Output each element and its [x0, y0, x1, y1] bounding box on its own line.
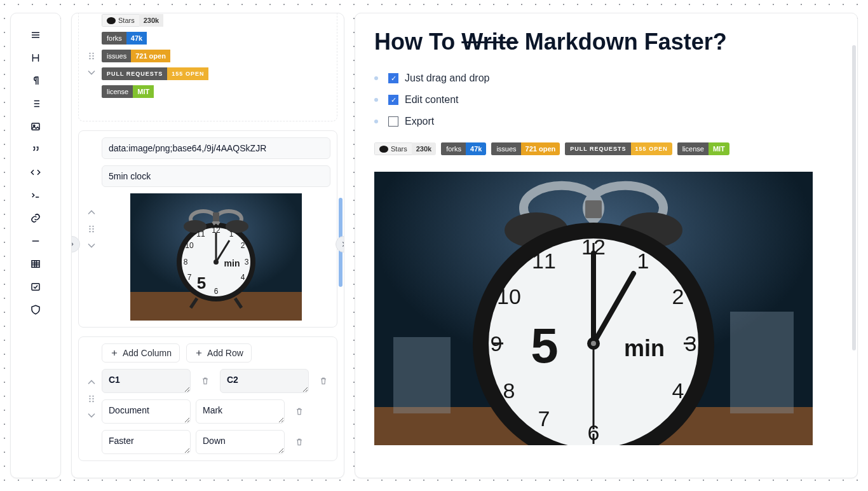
checkbox[interactable] [388, 95, 398, 105]
svg-point-14 [89, 231, 90, 232]
svg-point-6 [89, 55, 90, 57]
svg-point-10 [89, 226, 90, 227]
preview-panel: How To Write Markdown Faster? Just drag … [355, 13, 858, 478]
menu-icon[interactable] [24, 24, 47, 46]
add-column-button[interactable]: Add Column [102, 343, 180, 363]
svg-text:11: 11 [196, 230, 205, 239]
checkbox[interactable] [388, 116, 398, 127]
drag-handle-icon[interactable] [85, 50, 98, 62]
chevron-down-icon[interactable] [85, 66, 98, 79]
svg-text:4: 4 [241, 273, 245, 282]
checkbox-icon[interactable] [24, 275, 47, 298]
svg-point-9 [92, 58, 93, 59]
drag-handle-icon[interactable] [85, 392, 98, 405]
svg-text:1: 1 [637, 249, 649, 273]
svg-text:10: 10 [185, 241, 194, 250]
heading-icon[interactable] [24, 46, 47, 69]
checkbox[interactable] [388, 73, 398, 83]
svg-point-45 [92, 401, 93, 402]
svg-text:6: 6 [214, 287, 219, 296]
add-column-label: Add Column [123, 348, 172, 358]
terminal-icon[interactable] [24, 184, 47, 207]
toolbar [10, 13, 61, 478]
badge: forks47k [441, 142, 486, 155]
table-cell-input[interactable]: Faster [102, 430, 191, 454]
page-title: How To Write Markdown Faster? [374, 29, 838, 55]
col-header-input[interactable]: C1 [102, 369, 191, 393]
svg-point-13 [92, 228, 93, 230]
badges-block[interactable]: Stars230kforks47kissues721 openPULL REQU… [78, 13, 337, 121]
svg-text:5: 5 [197, 273, 206, 293]
checklist-item: Edit content [374, 94, 838, 106]
svg-rect-22 [213, 212, 219, 221]
badge: Stars230k [102, 14, 330, 27]
chevron-up-icon[interactable] [85, 376, 98, 389]
svg-text:4: 4 [672, 378, 684, 403]
svg-point-15 [92, 231, 93, 232]
badge: PULL REQUESTS155 OPEN [102, 67, 330, 80]
add-row-button[interactable]: Add Row [186, 343, 252, 363]
checklist-item: Just drag and drop [374, 73, 838, 84]
table-icon[interactable] [24, 252, 47, 275]
svg-rect-49 [730, 312, 794, 413]
link-icon[interactable] [24, 207, 47, 230]
badge: PULL REQUESTS155 OPEN [565, 142, 672, 155]
bullet-icon [374, 120, 378, 123]
svg-point-41 [92, 396, 93, 397]
badge: licenseMIT [102, 85, 330, 98]
add-row-label: Add Row [207, 348, 243, 358]
editor-panel: Stars230kforks47kissues721 openPULL REQU… [71, 13, 344, 478]
drag-handle-icon[interactable] [85, 223, 98, 235]
svg-text:5: 5 [531, 317, 558, 373]
svg-text:2: 2 [241, 241, 245, 250]
image-icon[interactable] [24, 115, 47, 138]
svg-rect-52 [585, 200, 602, 218]
delete-row-button[interactable] [290, 437, 309, 447]
svg-rect-2 [32, 261, 39, 268]
chevron-down-icon[interactable] [85, 239, 98, 252]
image-url-input[interactable]: data:image/png;base64,/9j/4AAQSkZJR [102, 137, 330, 159]
badge: issues721 open [102, 50, 330, 62]
svg-point-44 [89, 401, 90, 402]
svg-rect-3 [32, 284, 39, 291]
chevron-down-icon[interactable] [85, 409, 98, 422]
block-controls [85, 14, 98, 114]
delete-row-button[interactable] [290, 406, 309, 417]
svg-point-11 [92, 226, 93, 227]
clock-preview-image: 1212 345 67 81011 min [130, 193, 302, 321]
quote-icon[interactable] [24, 138, 47, 161]
svg-text:10: 10 [497, 284, 521, 308]
svg-point-76 [591, 341, 596, 346]
svg-text:min: min [224, 258, 240, 268]
svg-text:1: 1 [229, 230, 234, 239]
image-alt-input[interactable]: 5min clock [102, 165, 330, 187]
svg-point-12 [89, 228, 90, 230]
badge: issues721 open [491, 142, 560, 155]
image-block[interactable]: data:image/png;base64,/9j/4AAQSkZJR 5min… [78, 130, 337, 328]
divider-icon[interactable] [24, 230, 47, 252]
delete-column-button[interactable] [196, 376, 215, 386]
shield-icon[interactable] [24, 298, 47, 321]
svg-text:7: 7 [187, 273, 192, 282]
checklist-item: Export [374, 116, 838, 127]
list-icon[interactable] [24, 92, 47, 115]
svg-point-7 [92, 55, 93, 57]
clock-hero-image: 12 1 2 3 4 5 6 7 8 9 10 11 min [374, 172, 813, 445]
delete-column-button[interactable] [314, 376, 333, 386]
svg-text:2: 2 [672, 284, 684, 308]
svg-rect-0 [32, 123, 39, 130]
preview-scrollbar[interactable] [852, 45, 856, 350]
checklist-label: Just drag and drop [405, 73, 489, 84]
col-header-input[interactable]: C2 [220, 369, 309, 393]
svg-point-40 [89, 396, 90, 397]
chevron-up-icon[interactable] [85, 206, 98, 219]
table-cell-input[interactable]: Mark [196, 399, 285, 424]
badge: forks47k [102, 32, 330, 45]
paragraph-icon[interactable] [24, 69, 47, 92]
table-cell-input[interactable]: Down [196, 430, 285, 454]
table-block[interactable]: Add Column Add Row C1 C2 Document Mark F… [78, 336, 337, 461]
checklist-label: Export [405, 116, 434, 127]
table-cell-input[interactable]: Document [102, 399, 191, 424]
svg-rect-48 [393, 337, 451, 413]
code-icon[interactable] [24, 161, 47, 184]
